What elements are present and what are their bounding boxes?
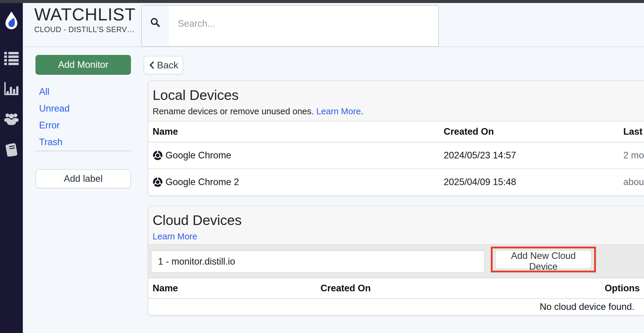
search-input[interactable]: [169, 6, 438, 29]
device-created-on: 2025/04/09 15:48: [444, 177, 516, 188]
page-title: WATCHLIST: [34, 5, 136, 24]
highlight-annotation-box: Add New Cloud Device: [491, 247, 596, 272]
empty-state-message: No cloud device found.: [148, 299, 644, 315]
sidebar-item-all[interactable]: All: [39, 87, 49, 97]
cloud-devices-header: Cloud Devices Learn More: [148, 206, 644, 245]
local-devices-description: Rename devices or remove unused ones. Le…: [153, 106, 644, 116]
guide-book-icon[interactable]: [4, 142, 19, 158]
reports-chart-icon[interactable]: [4, 80, 19, 97]
column-options: Options: [605, 283, 640, 294]
search-icon: [142, 6, 169, 46]
search-box: [141, 5, 439, 47]
server-select[interactable]: 1 - monitor.distill.io: [151, 250, 485, 273]
add-new-cloud-device-button[interactable]: Add New Cloud Device: [495, 250, 592, 269]
chrome-browser-icon: [153, 177, 163, 187]
device-last-seen: about an hour ago: [623, 177, 644, 188]
server-select-value: 1 - monitor.distill.io: [158, 256, 235, 267]
local-learn-more-link[interactable]: Learn More: [316, 106, 361, 116]
local-devices-card: Local Devices Rename devices or remove u…: [148, 80, 644, 196]
learn-more-suffix: .: [361, 106, 363, 116]
app-window: WATCHLIST CLOUD - DISTILL'S SERV… Back A…: [0, 0, 644, 333]
table-row: Google Chrome 2 2025/04/09 15:48 about a…: [148, 169, 644, 195]
page-subtitle: CLOUD - DISTILL'S SERV…: [34, 25, 135, 34]
device-name: Google Chrome: [166, 150, 231, 161]
back-button[interactable]: Back: [144, 56, 183, 74]
chrome-browser-icon: [153, 150, 163, 160]
sidebar-item-error[interactable]: Error: [39, 120, 60, 130]
table-row: Google Chrome 2024/05/23 14:57 2 months …: [148, 142, 644, 169]
add-label-button[interactable]: Add label: [35, 169, 131, 188]
cloud-devices-card: Cloud Devices Learn More 1 - monitor.dis…: [148, 206, 644, 316]
local-devices-header: Local Devices Rename devices or remove u…: [148, 81, 644, 122]
cloud-devices-table-header: Name Created On Options: [148, 278, 644, 299]
cloud-device-toolbar: 1 - monitor.distill.io Add New Cloud Dev…: [148, 245, 644, 278]
cloud-devices-title: Cloud Devices: [153, 213, 644, 228]
watchlist-list-icon[interactable]: [4, 50, 19, 67]
distill-logo-icon[interactable]: [3, 11, 20, 31]
local-devices-title: Local Devices: [153, 88, 644, 103]
local-devices-description-text: Rename devices or remove unused ones.: [153, 106, 314, 116]
column-last-seen: Last Seen: [623, 126, 644, 137]
sidebar-item-trash[interactable]: Trash: [39, 137, 62, 147]
team-users-icon[interactable]: [4, 111, 19, 127]
window-top-bar: [0, 0, 644, 3]
local-devices-table-header: Name Created On Last Seen: [148, 122, 644, 142]
device-last-seen: 2 months ago: [623, 150, 644, 161]
back-button-label: Back: [157, 60, 178, 71]
add-monitor-button[interactable]: Add Monitor: [35, 55, 131, 75]
column-created-on: Created On: [320, 283, 371, 294]
sidebar: [0, 3, 23, 333]
sidebar-item-unread[interactable]: Unread: [39, 104, 70, 114]
column-name: Name: [148, 283, 178, 294]
nav-divider: [35, 151, 131, 151]
device-created-on: 2024/05/23 14:57: [444, 150, 516, 161]
chevron-left-icon: [148, 61, 155, 69]
column-created-on: Created On: [444, 126, 494, 137]
column-name: Name: [148, 126, 178, 137]
device-name: Google Chrome 2: [166, 177, 239, 188]
cloud-learn-more-link[interactable]: Learn More: [153, 232, 197, 241]
